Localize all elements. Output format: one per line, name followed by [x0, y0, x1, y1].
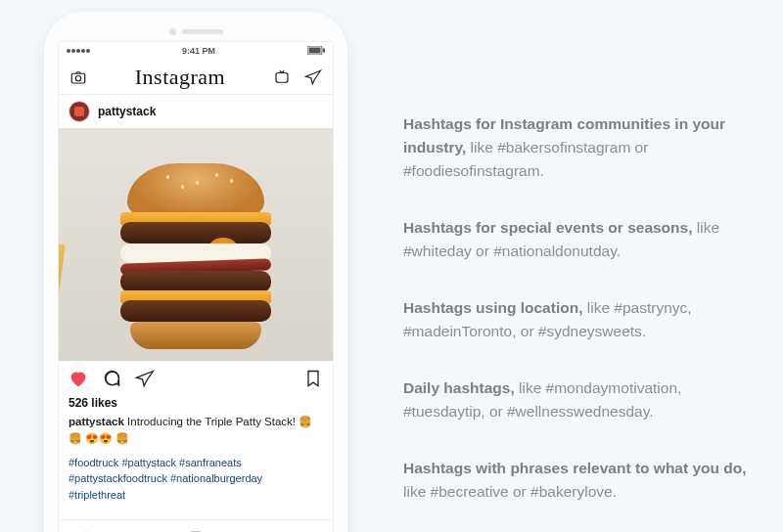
phone-screen: 9:41 PM Instagram — [58, 41, 334, 532]
tip-item: Hashtags for Instagram communities in yo… — [403, 112, 754, 183]
tip-rest: like #becreative or #bakerylove. — [403, 483, 617, 500]
tip-item: Hashtags with phrases relevant to what y… — [403, 457, 754, 504]
tip-item: Daily hashtags, like #mondaymotivation, … — [403, 377, 754, 423]
igtv-icon[interactable] — [272, 67, 292, 87]
share-icon[interactable] — [135, 369, 155, 388]
tip-bold: Hashtags with phrases relevant to what y… — [403, 460, 747, 476]
svg-rect-3 — [71, 73, 85, 83]
tip-bold: Daily hashtags, — [403, 379, 515, 396]
messages-icon[interactable] — [303, 67, 323, 87]
svg-rect-5 — [276, 72, 288, 82]
post-hashtags[interactable]: #foodtruck #pattystack #sanfraneats #pat… — [59, 453, 333, 511]
status-bar: 9:41 PM — [59, 42, 333, 60]
avatar — [69, 101, 90, 122]
bottom-tab-bar — [59, 519, 333, 532]
post-image[interactable] — [59, 128, 333, 361]
instagram-logo: Instagram — [135, 65, 225, 90]
post-caption: pattystack Introducing the Triple Patty … — [59, 414, 333, 453]
hashtag-line: #pattystackfoodtruck #nationalburgerday — [69, 470, 323, 487]
comment-icon[interactable] — [102, 369, 121, 388]
battery-icon — [307, 46, 325, 57]
phone-speaker-area — [58, 22, 334, 41]
tip-bold: Hashtags using location, — [403, 299, 582, 316]
status-time: 9:41 PM — [182, 46, 215, 56]
svg-rect-1 — [308, 47, 320, 53]
caption-username[interactable]: pattystack — [69, 416, 124, 427]
post-action-row — [59, 361, 333, 396]
svg-rect-2 — [323, 48, 325, 52]
tips-column: Hashtags for Instagram communities in yo… — [392, 0, 783, 532]
iphone-frame: 9:41 PM Instagram — [44, 12, 347, 532]
post-username: pattystack — [98, 105, 156, 118]
bookmark-icon[interactable] — [303, 369, 323, 388]
camera-icon[interactable] — [69, 67, 88, 87]
caption-text: Introducing the Triple Patty Stack! — [127, 416, 296, 427]
post-author-row[interactable]: pattystack — [59, 95, 333, 128]
instagram-header: Instagram — [59, 60, 333, 95]
phone-mockup-area: 9:41 PM Instagram — [0, 0, 392, 532]
likes-count[interactable]: 526 likes — [59, 396, 333, 414]
signal-icon — [67, 49, 90, 53]
like-icon[interactable] — [69, 369, 88, 388]
tip-item: Hashtags using location, like #pastrynyc… — [403, 296, 754, 343]
hashtag-line: #triplethreat — [69, 487, 323, 504]
hashtag-line: #foodtruck #pattystack #sanfraneats — [69, 455, 323, 471]
tip-bold: Hashtags for special events or seasons, — [403, 219, 692, 236]
svg-point-4 — [75, 75, 80, 80]
tip-item: Hashtags for special events or seasons, … — [403, 216, 754, 263]
